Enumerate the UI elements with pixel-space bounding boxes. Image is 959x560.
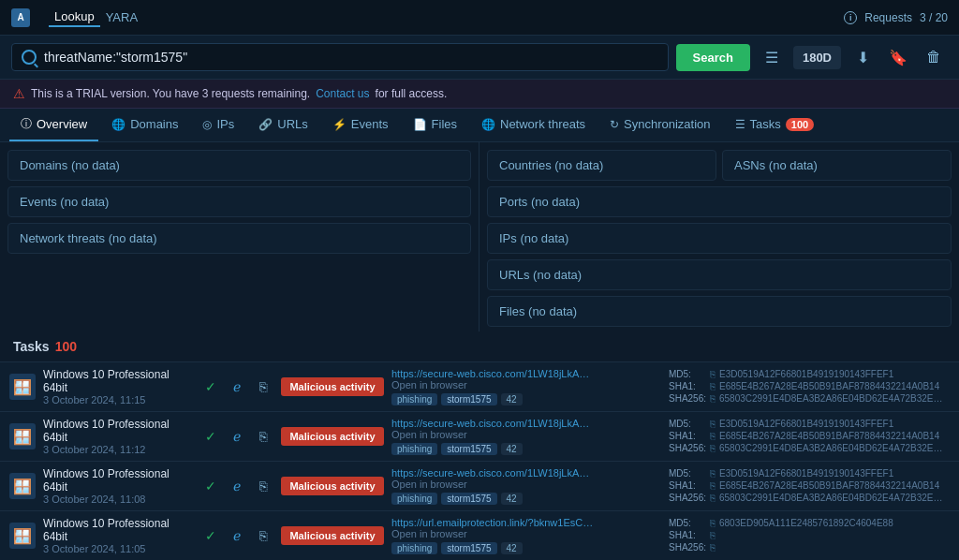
ips-panel: IPs (no data) bbox=[487, 223, 952, 254]
contact-link[interactable]: Contact us bbox=[316, 87, 369, 100]
tabs-bar: ⓘ Overview 🌐 Domains ◎ IPs 🔗 URLs ⚡ Even… bbox=[0, 109, 959, 142]
task-url[interactable]: https://secure-web.cisco.com/1LW18jLkAMa… bbox=[391, 467, 598, 479]
task-url-section: https://url.emailprotection.link/?bknw1E… bbox=[391, 517, 661, 554]
download-icon[interactable]: ⬇ bbox=[848, 43, 877, 71]
tab-tasks-label: Tasks bbox=[750, 117, 781, 131]
verdict-badge: Malicious activity bbox=[281, 526, 384, 545]
task-url-section: https://secure-web.cisco.com/1LW18jLkAMa… bbox=[391, 418, 661, 455]
tasks-section: Tasks 100 🪟 Windows 10 Professional 64bi… bbox=[0, 332, 959, 560]
tag-storm: storm1575 bbox=[441, 443, 496, 455]
ports-panel: Ports (no data) bbox=[487, 186, 952, 217]
copy-task-icon[interactable]: ⎘ bbox=[253, 525, 273, 546]
browser-icon[interactable]: ℯ bbox=[227, 476, 247, 496]
task-url[interactable]: https://secure-web.cisco.com/1LW18jLkAMa… bbox=[391, 418, 598, 429]
task-url-sub[interactable]: Open in browser bbox=[391, 379, 661, 391]
task-tags: phishing storm1575 42 bbox=[391, 542, 661, 554]
table-row: 🪟 Windows 10 Professional 64bit 3 Octobe… bbox=[0, 411, 959, 461]
task-url-sub[interactable]: Open in browser bbox=[391, 479, 661, 490]
task-actions: ✓ ℯ ⎘ bbox=[200, 376, 273, 397]
asns-panel-label: ASNs (no data) bbox=[734, 158, 818, 172]
tab-events[interactable]: ⚡ Events bbox=[321, 110, 400, 140]
copy-task-icon[interactable]: ⎘ bbox=[253, 426, 273, 447]
task-url-section: https://secure-web.cisco.com/1LW18jLkAMa… bbox=[391, 467, 661, 505]
task-url-sub[interactable]: Open in browser bbox=[391, 528, 661, 539]
search-button[interactable]: Search bbox=[676, 44, 750, 71]
tab-overview[interactable]: ⓘ Overview bbox=[9, 109, 98, 141]
os-icon: 🪟 bbox=[9, 473, 36, 499]
task-info: Windows 10 Professional 64bit 3 October … bbox=[43, 467, 193, 505]
tab-sync-label: Synchronization bbox=[624, 117, 711, 131]
copy-task-icon[interactable]: ⎘ bbox=[253, 376, 273, 397]
tag-number: 42 bbox=[501, 493, 523, 505]
tag-number: 42 bbox=[501, 393, 523, 405]
check-icon[interactable]: ✓ bbox=[200, 426, 221, 447]
task-name: Windows 10 Professional 64bit bbox=[43, 467, 193, 494]
tab-network-threats[interactable]: 🌐 Network threats bbox=[470, 110, 597, 140]
network-threats-panel-label: Network threats (no data) bbox=[20, 231, 157, 245]
bookmark-icon[interactable]: 🔖 bbox=[884, 43, 912, 71]
task-url[interactable]: https://url.emailprotection.link/?bknw1E… bbox=[391, 517, 598, 528]
nav-lookup[interactable]: Lookup bbox=[49, 7, 100, 27]
export-icon[interactable]: ☰ bbox=[758, 43, 786, 71]
task-date: 3 October 2024, 11:12 bbox=[43, 444, 193, 455]
tag-number: 42 bbox=[501, 443, 523, 455]
tasks-header: Tasks 100 bbox=[0, 332, 959, 361]
ips-panel-label: IPs (no data) bbox=[499, 231, 568, 245]
urls-panel: URLs (no data) bbox=[487, 259, 952, 290]
task-hashes: MD5:⎘E3D0519A12F66801B4919190143FFEF1 SH… bbox=[669, 419, 950, 455]
trial-banner: ⚠ This is a TRIAL version. You have 3 re… bbox=[0, 80, 959, 109]
urls-icon: 🔗 bbox=[258, 118, 273, 131]
search-input-wrapper[interactable]: threatName:"storm1575" bbox=[11, 43, 669, 71]
tag-phishing: phishing bbox=[391, 542, 437, 554]
task-url-section: https://secure-web.cisco.com/1LW18jLkAMa… bbox=[391, 368, 661, 405]
ips-icon: ◎ bbox=[202, 118, 212, 131]
task-hashes: MD5:⎘E3D0519A12F66801B4919190143FFEF1 SH… bbox=[669, 369, 950, 405]
tab-urls[interactable]: 🔗 URLs bbox=[247, 110, 319, 140]
tab-domains[interactable]: 🌐 Domains bbox=[100, 110, 189, 140]
ports-panel-label: Ports (no data) bbox=[499, 195, 580, 209]
domains-icon: 🌐 bbox=[111, 118, 125, 131]
tab-ips[interactable]: ◎ IPs bbox=[191, 110, 245, 140]
warning-icon: ⚠ bbox=[13, 86, 25, 101]
sync-icon: ↻ bbox=[610, 118, 619, 131]
browser-icon[interactable]: ℯ bbox=[227, 426, 247, 447]
tab-tasks[interactable]: ☰ Tasks 100 bbox=[724, 110, 826, 140]
task-url[interactable]: https://secure-web.cisco.com/1LW18jLkAMa… bbox=[391, 368, 598, 379]
tasks-badge: 100 bbox=[786, 118, 814, 131]
countries-panel: Countries (no data) bbox=[487, 150, 716, 181]
task-actions: ✓ ℯ ⎘ bbox=[200, 525, 273, 546]
network-icon: 🌐 bbox=[481, 118, 495, 131]
network-threats-panel: Network threats (no data) bbox=[7, 223, 471, 254]
check-icon[interactable]: ✓ bbox=[200, 525, 221, 546]
task-tags: phishing storm1575 42 bbox=[391, 393, 661, 405]
task-url-sub[interactable]: Open in browser bbox=[391, 429, 661, 440]
verdict-badge: Malicious activity bbox=[281, 477, 384, 495]
task-name: Windows 10 Professional 64bit bbox=[43, 418, 193, 444]
requests-label: Requests bbox=[864, 11, 912, 24]
delete-icon[interactable]: 🗑 bbox=[920, 43, 948, 71]
domains-panel-label: Domains (no data) bbox=[20, 158, 120, 172]
tab-overview-label: Overview bbox=[37, 117, 87, 131]
tag-storm: storm1575 bbox=[441, 393, 496, 405]
files-icon: 📄 bbox=[413, 118, 427, 131]
copy-task-icon[interactable]: ⎘ bbox=[253, 476, 273, 496]
check-icon[interactable]: ✓ bbox=[200, 376, 221, 397]
info-icon: i bbox=[844, 11, 857, 24]
task-name: Windows 10 Professional 64bit bbox=[43, 517, 193, 543]
task-date: 3 October 2024, 11:15 bbox=[43, 394, 193, 405]
countries-panel-label: Countries (no data) bbox=[499, 158, 603, 172]
task-tags: phishing storm1575 42 bbox=[391, 493, 661, 505]
tab-urls-label: URLs bbox=[277, 117, 308, 131]
table-row: 🪟 Windows 10 Professional 64bit 3 Octobe… bbox=[0, 361, 959, 411]
nav-yara[interactable]: YARA bbox=[100, 8, 143, 26]
table-row: 🪟 Windows 10 Professional 64bit 3 Octobe… bbox=[0, 461, 959, 510]
browser-icon[interactable]: ℯ bbox=[227, 376, 247, 397]
browser-icon[interactable]: ℯ bbox=[227, 525, 247, 546]
tasks-count: 100 bbox=[55, 339, 77, 354]
task-info: Windows 10 Professional 64bit 3 October … bbox=[43, 418, 193, 455]
check-icon[interactable]: ✓ bbox=[200, 476, 221, 496]
period-badge[interactable]: 180D bbox=[793, 46, 841, 69]
tab-synchronization[interactable]: ↻ Synchronization bbox=[598, 110, 722, 140]
tab-files[interactable]: 📄 Files bbox=[402, 110, 468, 140]
task-info: Windows 10 Professional 64bit 3 October … bbox=[43, 517, 193, 554]
